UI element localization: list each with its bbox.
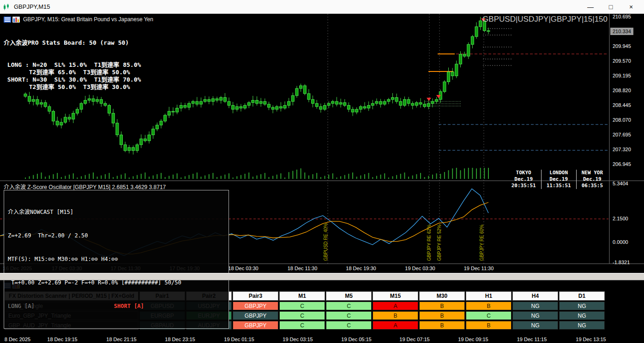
scanner-cell: C [466,311,512,320]
maximize-button[interactable]: □ [601,0,621,13]
time-axis-label: 19 Dec 11:15 [517,337,547,342]
scanner-cell: A [373,302,418,310]
time-axis-label: 18 Dec 03:30 [228,266,258,271]
session-column: LONDONDec.1911:35:51 [541,170,576,189]
scanner-col-header: M15 [373,291,418,301]
scanner-col-header: Pair3 [233,291,278,301]
time-axis-label: 18 Dec 19:30 [346,266,376,271]
scanner-col-header: M30 [419,291,465,301]
nowcast-mtf-line: MTF(S): M15:⊙⊙ M30:⊙⊙ H1:⊙⊙ H4:⊙⊙ [8,255,225,263]
session-time: 20:35:51 [512,183,536,189]
price-axis-label: 209.945 [613,43,631,50]
price-axis-label: 207.695 [613,131,631,138]
oscillator-event-label: GBPJPY RE 60% [479,225,484,261]
oscillator-event-label: GBPJPY RE 52% [437,225,442,261]
time-axis-label: 19 Dec 11:30 [464,266,494,271]
price-axis-label: 208.820 [613,87,631,94]
scanner-col-header: H4 [512,291,558,301]
session-name: LONDON [547,170,571,176]
scanner-cell: B [419,311,465,320]
oscillator-axis-label: 2.1500 [613,215,628,222]
scanner-cell: C [279,302,325,310]
oscillator-label: 介入余波 Z-Score Oscillator [GBPJPY M15] 2.6… [4,183,166,190]
mt5-window: GBPJPY,M15 — □ × [0,0,644,343]
stats-board: 介入余波PRO Stats Board: 50 (raw 50) LONG : … [4,24,141,106]
session-name: TOKYO [512,170,536,176]
window-splitter[interactable] [0,273,644,280]
minimize-button[interactable]: — [580,0,601,13]
session-date: Dec.19 [582,176,603,183]
main-chart-window[interactable]: GBPJPY, M15: Great Britain Pound vs Japa… [0,14,644,273]
symbol-description: GBPJPY, M15: Great Britain Pound vs Japa… [23,16,153,23]
indicator-chart-icon [12,17,20,23]
titlebar[interactable]: GBPJPY,M15 — □ × [0,0,644,14]
scanner-cell: GBPJPY [233,302,278,310]
nowcast-panel: 介入余波NOWCAST [M15] Z=+2.69 Thr=2.00 / 2.5… [4,190,229,329]
oscillator-axis-label: 5.3404 [613,180,628,187]
oscillator-axis-label: -1.8321 [613,259,630,266]
time-axis-label: 18 Dec 21:15 [106,337,136,342]
window-title: GBPJPY,M15 [14,3,50,10]
session-clock-panel: TOKYODec.1920:35:51LONDONDec.1911:35:51N… [506,170,608,189]
time-axis-label: 19 Dec 13:15 [576,337,606,342]
stats-board-lines: LONG : N=20 SL% 15.0% T1到達率 85.0% T2到達率 … [4,61,141,91]
session-column: TOKYODec.1920:35:51 [506,170,541,189]
scanner-cell: B [419,302,465,310]
scanner-cell: B [466,321,512,330]
scanner-col-header: M1 [279,291,325,301]
scanner-cell: NG [512,321,558,330]
scanner-cell: A [373,321,418,330]
time-axis-label: 18 Dec 11:30 [288,266,318,271]
scanner-col-header: D1 [559,291,605,301]
scanner-cell: NG [559,311,605,320]
indicator-icons [4,17,20,23]
price-axis-label: 209.195 [613,72,631,79]
stats-board-line: T2到達率 50.0% T3到達率 30.0% [4,83,141,91]
time-axis-label: 19 Dec 03:30 [405,266,435,271]
symbol-watermark: GBPUSD|USDJPY|GBPJPY|15|150 [482,15,608,24]
nowcast-title: 介入余波NOWCAST [M15] [8,208,225,216]
close-button[interactable]: × [621,0,641,13]
scanner-col-header: M5 [326,291,372,301]
scanner-cell: C [279,311,325,320]
scanner-cell: NG [559,321,605,330]
indicator-list-icon [4,17,11,23]
app-icon [3,3,10,11]
time-axis-label: 19 Dec 09:15 [458,337,488,342]
session-name: NEW YOR [582,170,603,176]
scanner-cell: NG [559,302,605,310]
stats-board-line: LONG : N=20 SL% 15.0% T1到達率 85.0% [4,61,141,69]
price-axis-label: 207.320 [613,146,631,153]
session-date: Dec.19 [547,176,571,183]
time-axis-label: 19 Dec 01:15 [224,337,254,342]
scanner-cell: C [326,302,372,310]
price-axis[interactable]: 210.695209.945209.570209.195208.820208.4… [610,14,644,273]
short-signal-label: SHORT [A] [114,302,144,310]
scanner-cell: C [326,321,372,330]
stats-board-line: T2到達率 65.0% T3到達率 50.0% [4,69,141,76]
nowcast-zscore-line: Z=+2.69 Thr=2.00 / 2.50 [8,232,225,240]
price-axis-label: 209.570 [613,58,631,65]
scanner-cell: NG [512,302,558,310]
oscillator-event-label: GBPUSD RE 40% [323,223,328,261]
time-axis-label: 19 Dec 07:15 [399,337,429,342]
time-axis-label: 18 Dec 23:15 [165,337,195,342]
session-column: NEW YORDec.1906:35:5 [576,170,608,189]
scanner-cell: B [466,302,512,310]
window-controls: — □ × [580,0,641,13]
scanner-time-axis[interactable]: 8 Dec 202518 Dec 19:1518 Dec 21:1518 Dec… [0,337,609,343]
price-axis-label: 206.945 [613,161,631,168]
chart-info-row: GBPJPY, M15: Great Britain Pound vs Japa… [4,16,153,23]
scanner-col-header: H1 [466,291,512,301]
oscillator-event-label: GBPJPY RE 62% [427,225,432,261]
time-axis-label: 18 Dec 19:15 [47,337,77,342]
long-signal-label: LONG [A] [8,302,35,310]
current-price-badge: 210.334 [610,28,633,35]
scanner-cell: NG [512,311,558,320]
price-axis-label: 208.070 [613,117,631,124]
price-axis-label: 208.445 [613,102,631,109]
time-axis-label: 19 Dec 05:15 [341,337,371,342]
oscillator-axis-label: 0.0000 [613,239,628,246]
session-time: 11:35:51 [547,183,571,189]
nowcast-signal-row: LONG [A] SHORT [A] [8,302,225,310]
